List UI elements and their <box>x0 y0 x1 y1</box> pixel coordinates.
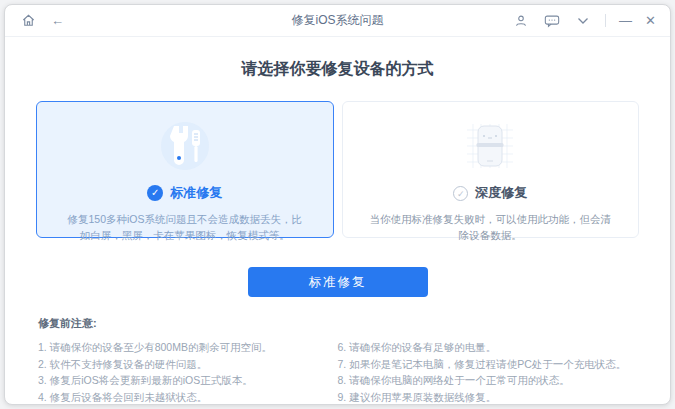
device-firmware-icon <box>343 110 639 184</box>
close-button[interactable]: ✕ <box>645 14 656 27</box>
standard-repair-button[interactable]: 标准修复 <box>248 267 428 297</box>
standard-repair-description: 修复150多种iOS系统问题且不会造成数据丢失，比如白屏，黑屏，卡在苹果图标，恢… <box>63 211 307 244</box>
note-item: 6. 请确保你的设备有足够的电量。 <box>338 339 638 356</box>
home-icon[interactable] <box>19 12 37 30</box>
card-standard-repair[interactable]: ✓ 标准修复 修复150多种iOS系统问题且不会造成数据丢失，比如白屏，黑屏，卡… <box>36 101 334 238</box>
notes-column-left: 1. 请确保你的设备至少有800MB的剩余可用空间。2. 软件不支持修复设备的硬… <box>38 339 338 405</box>
notes-column-right: 6. 请确保你的设备有足够的电量。7. 如果你是笔记本电脑，修复过程请使PC处于… <box>338 339 638 405</box>
deep-repair-description: 当你使用标准修复失败时，可以使用此功能，但会清除设备数据。 <box>369 211 613 244</box>
action-row: 标准修复 <box>36 267 639 297</box>
notes-title: 修复前注意: <box>38 316 637 331</box>
titlebar-right: — ✕ <box>486 12 656 30</box>
app-window: ← 修复iOS系统问题 <box>4 4 671 405</box>
wrench-screwdriver-icon <box>37 110 333 184</box>
titlebar-divider <box>605 14 606 27</box>
titlebar-left: ← <box>19 12 189 30</box>
standard-repair-title-row: ✓ 标准修复 <box>37 184 333 202</box>
main-content: 请选择你要修复设备的方式 <box>5 37 670 405</box>
page-title: 请选择你要修复设备的方式 <box>36 59 639 80</box>
back-icon[interactable]: ← <box>51 14 64 27</box>
standard-repair-title: 标准修复 <box>170 184 222 202</box>
deep-repair-title-row: ✓ 深度修复 <box>343 184 639 202</box>
notes-columns: 1. 请确保你的设备至少有800MB的剩余可用空间。2. 软件不支持修复设备的硬… <box>38 339 637 405</box>
deep-repair-title: 深度修复 <box>475 184 527 202</box>
title-bar: ← 修复iOS系统问题 <box>5 5 670 37</box>
selected-check-icon: ✓ <box>147 185 163 201</box>
note-item: 9. 建议你用苹果原装数据线修复。 <box>338 389 638 406</box>
minimize-button[interactable]: — <box>619 14 632 27</box>
user-icon[interactable] <box>512 12 530 30</box>
unselected-check-icon: ✓ <box>453 186 468 201</box>
note-item: 7. 如果你是笔记本电脑，修复过程请使PC处于一个充电状态。 <box>338 356 638 373</box>
pre-repair-notes: 修复前注意: 1. 请确保你的设备至少有800MB的剩余可用空间。2. 软件不支… <box>36 316 639 405</box>
note-item: 2. 软件不支持修复设备的硬件问题。 <box>38 356 338 373</box>
repair-mode-cards: ✓ 标准修复 修复150多种iOS系统问题且不会造成数据丢失，比如白屏，黑屏，卡… <box>36 101 639 238</box>
note-item: 1. 请确保你的设备至少有800MB的剩余可用空间。 <box>38 339 338 356</box>
window-title: 修复iOS系统问题 <box>189 12 486 29</box>
feedback-chat-icon[interactable] <box>543 12 561 30</box>
note-item: 4. 修复后设备将会回到未越狱状态。 <box>38 389 338 406</box>
chevron-down-icon[interactable] <box>574 12 592 30</box>
note-item: 8. 请确保你电脑的网络处于一个正常可用的状态。 <box>338 372 638 389</box>
note-item: 3. 修复后iOS将会更新到最新的iOS正式版本。 <box>38 372 338 389</box>
card-deep-repair[interactable]: ✓ 深度修复 当你使用标准修复失败时，可以使用此功能，但会清除设备数据。 <box>342 101 640 238</box>
